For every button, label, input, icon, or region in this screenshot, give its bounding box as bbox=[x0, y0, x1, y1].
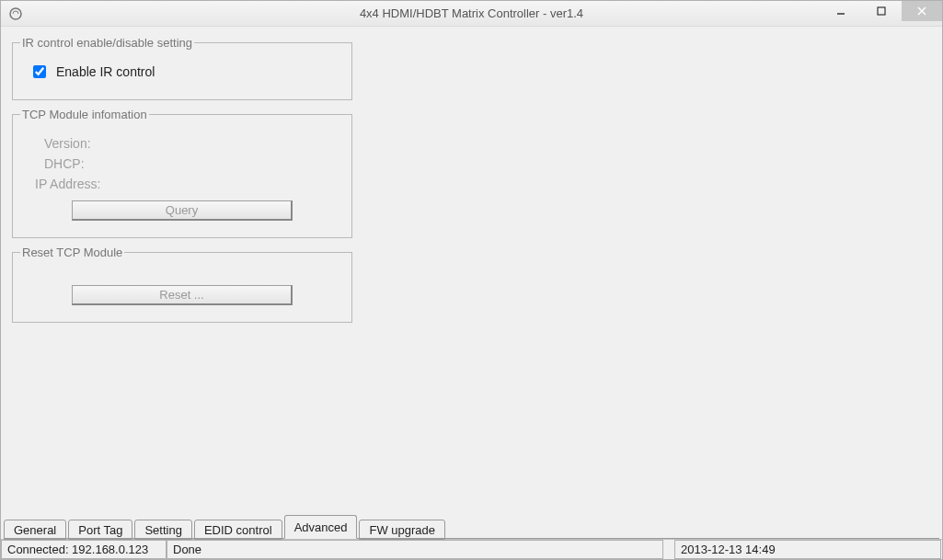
status-gap bbox=[663, 540, 674, 559]
ir-group-legend: IR control enable/disable setting bbox=[20, 36, 194, 50]
window-title: 4x4 HDMI/HDBT Matrix Controller - ver1.4 bbox=[1, 6, 942, 20]
enable-ir-label: Enable IR control bbox=[56, 64, 155, 79]
status-message: Done bbox=[167, 540, 663, 559]
titlebar: 4x4 HDMI/HDBT Matrix Controller - ver1.4 bbox=[1, 1, 942, 27]
tab-edid-control[interactable]: EDID control bbox=[194, 520, 282, 540]
ir-control-group: IR control enable/disable setting Enable… bbox=[12, 36, 352, 100]
client-area: IR control enable/disable setting Enable… bbox=[1, 27, 942, 539]
tab-general[interactable]: General bbox=[4, 520, 66, 540]
status-bar: Connected: 192.168.0.123 Done 2013-12-13… bbox=[1, 539, 942, 559]
reset-group-legend: Reset TCP Module bbox=[20, 246, 124, 259]
svg-point-0 bbox=[10, 8, 21, 19]
reset-button[interactable]: Reset ... bbox=[72, 285, 293, 305]
minimize-button[interactable] bbox=[821, 1, 861, 21]
reset-tcp-group: Reset TCP Module Reset ... bbox=[12, 246, 352, 323]
status-connection: Connected: 192.168.0.123 bbox=[1, 540, 167, 559]
tcp-info-legend: TCP Module infomation bbox=[20, 108, 149, 121]
tcp-info-group: TCP Module infomation Version: DHCP: IP … bbox=[12, 108, 352, 238]
tab-setting[interactable]: Setting bbox=[134, 520, 191, 540]
status-datetime: 2013-12-13 14:49 bbox=[674, 540, 941, 559]
maximize-button[interactable] bbox=[861, 1, 902, 21]
tab-fw-upgrade[interactable]: FW upgrade bbox=[359, 520, 445, 540]
enable-ir-checkbox[interactable] bbox=[33, 65, 46, 78]
tcp-ip-label: IP Address: bbox=[35, 177, 340, 191]
close-button[interactable] bbox=[902, 1, 942, 21]
query-button[interactable]: Query bbox=[72, 200, 293, 221]
tcp-dhcp-label: DHCP: bbox=[44, 156, 340, 171]
tab-strip: General Port Tag Setting EDID control Ad… bbox=[4, 515, 447, 539]
window-controls bbox=[821, 1, 942, 21]
svg-rect-2 bbox=[878, 7, 885, 15]
tab-port-tag[interactable]: Port Tag bbox=[68, 520, 132, 540]
tcp-version-label: Version: bbox=[44, 136, 340, 151]
app-window: 4x4 HDMI/HDBT Matrix Controller - ver1.4… bbox=[0, 0, 943, 560]
tabstrip-border bbox=[4, 538, 939, 539]
app-icon bbox=[8, 6, 23, 21]
tab-advanced[interactable]: Advanced bbox=[284, 515, 358, 539]
